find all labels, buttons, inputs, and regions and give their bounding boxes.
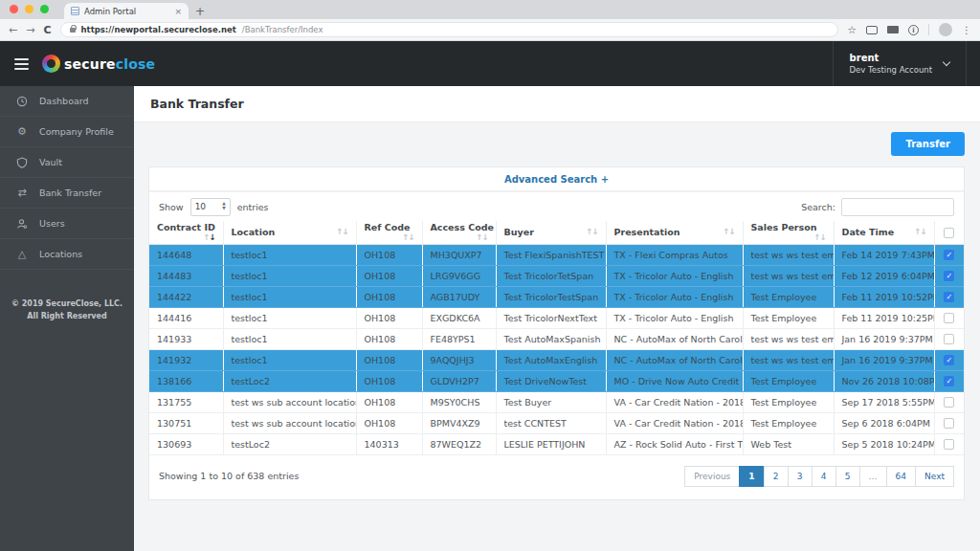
cell-location: testloc1 [223, 244, 356, 265]
cell-contract-id: 144648 [149, 244, 223, 265]
select-all-checkbox[interactable] [944, 228, 954, 238]
sidebar-item-vault[interactable]: Vault [0, 147, 134, 178]
row-checkbox[interactable]: ✓ [944, 355, 954, 365]
page-title: Bank Transfer [134, 86, 980, 122]
page-button-…: … [859, 466, 887, 487]
page-button-3[interactable]: 3 [788, 466, 813, 487]
forward-icon[interactable]: → [26, 25, 34, 35]
column-header-ref-code[interactable]: Ref Code↑↓ [356, 221, 422, 244]
tab-close-icon[interactable]: × [174, 7, 182, 16]
page-button-64[interactable]: 64 [886, 466, 916, 487]
column-header-select-all[interactable] [934, 221, 964, 244]
toolbar-actions: ☆ i ⋮ [847, 23, 971, 36]
column-header-sales-person[interactable]: Sales Person↑↓ [743, 221, 834, 244]
secureclose-logo[interactable]: secureclose [42, 55, 155, 73]
user-account-label: Dev Testing Account [850, 65, 932, 75]
row-checkbox[interactable] [944, 397, 954, 408]
cell-sales-person: test ws ws test emp [743, 349, 834, 370]
menu-dots-icon[interactable]: ⋮ [962, 25, 971, 35]
table-row[interactable]: 144422testloc1OH108AGB17UDYTest Tricolor… [149, 286, 964, 307]
column-label: Access Code [431, 222, 494, 232]
tab-favicon-icon [71, 7, 79, 15]
sort-arrows-icon: ↑↓ [402, 232, 413, 242]
table-row[interactable]: 130751test ws sub account location.OH108… [149, 412, 964, 433]
column-header-location[interactable]: Location↑↓ [223, 221, 356, 244]
cell-checkbox [934, 307, 964, 328]
sidebar-item-dashboard[interactable]: Dashboard [0, 86, 134, 117]
search-input[interactable] [841, 198, 954, 216]
cell-ref-code: OH108 [356, 370, 422, 391]
cell-access-code: GLDVH2P7 [422, 370, 496, 391]
new-tab-button[interactable]: + [189, 4, 212, 19]
page-button-4[interactable]: 4 [812, 466, 836, 487]
page-button-5[interactable]: 5 [835, 466, 860, 487]
sidebar-item-locations[interactable]: △Locations [0, 239, 134, 270]
sidebar-item-company-profile[interactable]: ⚙Company Profile [0, 117, 134, 147]
user-name: brent [850, 53, 932, 63]
table-row[interactable]: 144648testloc1OH108MH3QUXP7Test FlexiSpa… [149, 244, 964, 265]
row-checkbox[interactable] [944, 313, 954, 323]
cell-access-code: MH3QUXP7 [422, 244, 496, 265]
sidebar-item-bank-transfer[interactable]: ⇄Bank Transfer [0, 178, 134, 209]
hamburger-menu-icon[interactable] [14, 58, 29, 70]
column-header-contract-id[interactable]: Contract ID↑↓ [149, 221, 223, 244]
cell-access-code: M9SY0CHS [422, 391, 496, 412]
minimize-window-button[interactable] [25, 5, 33, 13]
cell-buyer: Test TricolorTetSpan [496, 265, 606, 286]
column-header-presentation[interactable]: Presentation↑↓ [606, 221, 743, 244]
page-button-next[interactable]: Next [915, 466, 954, 487]
table-row[interactable]: 130693testLoc214031387WEQ1Z2LESLIE PETTI… [149, 433, 964, 454]
sidebar-item-users[interactable]: Users [0, 209, 134, 239]
advanced-search-toggle[interactable]: Advanced Search + [149, 167, 964, 192]
row-checkbox[interactable]: ✓ [944, 271, 954, 281]
back-icon[interactable]: ← [9, 25, 17, 35]
table-row[interactable]: 141933testloc1OH108FE48YPS1Test AutoMaxS… [149, 328, 964, 349]
page-button-previous[interactable]: Previous [684, 466, 740, 487]
cell-contract-id: 130751 [149, 412, 223, 433]
table-row[interactable]: 131755test ws sub account location.OH108… [149, 391, 964, 412]
cell-date-time: Nov 26 2018 10:08PM [834, 370, 934, 391]
row-checkbox[interactable] [944, 439, 954, 450]
cell-contract-id: 141932 [149, 349, 223, 370]
cast-icon[interactable] [866, 26, 878, 34]
close-window-button[interactable] [10, 5, 18, 13]
table-row[interactable]: 144483testloc1OH108LRG9V6GGTest Tricolor… [149, 265, 964, 286]
transfer-icon: ⇄ [15, 187, 29, 198]
brand-secure: secure [64, 56, 116, 72]
tab-title: Admin Portal [84, 7, 169, 16]
zoom-window-button[interactable] [40, 5, 49, 13]
chevron-down-icon [943, 58, 950, 66]
row-checkbox[interactable]: ✓ [944, 376, 954, 386]
cell-sales-person: Test Employee [743, 307, 834, 328]
reload-icon[interactable]: C [43, 25, 51, 35]
url-bar[interactable]: https://newportal.secureclose.net/BankTr… [60, 22, 839, 37]
cell-presentation: TX - Tricolor Auto - English [606, 286, 743, 307]
cell-ref-code: OH108 [356, 391, 422, 412]
sidebar-item-label: Users [39, 218, 65, 229]
cell-buyer: Test Buyer [496, 391, 606, 412]
info-icon[interactable]: i [908, 25, 919, 35]
page-button-2[interactable]: 2 [764, 466, 789, 487]
sidebar: Dashboard⚙Company ProfileVault⇄Bank Tran… [0, 86, 134, 551]
table-row[interactable]: 144416testloc1OH108EXGDKC6ATest Tricolor… [149, 307, 964, 328]
browser-tab[interactable]: Admin Portal × [64, 3, 189, 19]
row-checkbox[interactable] [944, 418, 954, 429]
cell-date-time: Feb 11 2019 10:25PM [834, 307, 934, 328]
column-header-buyer[interactable]: Buyer↑↓ [496, 221, 606, 244]
bookmark-star-icon[interactable]: ☆ [847, 24, 857, 36]
extension-monitor-icon[interactable] [887, 26, 899, 33]
column-header-date-time[interactable]: Date Time↑↓ [834, 221, 934, 244]
transfer-button[interactable]: Transfer [891, 132, 965, 156]
cell-buyer: Test TricolorTestSpan [496, 286, 606, 307]
cell-presentation: NC - AutoMax of North Carolina [606, 349, 743, 370]
column-header-access-code[interactable]: Access Code↑↓ [422, 221, 496, 244]
row-checkbox[interactable]: ✓ [944, 292, 954, 302]
table-row[interactable]: 138166testLoc2OH108GLDVH2P7Test DriveNow… [149, 370, 964, 391]
row-checkbox[interactable] [944, 334, 954, 344]
profile-avatar[interactable] [939, 23, 952, 36]
table-row[interactable]: 141932testloc1OH1089AQQJHJ3Test AutoMaxE… [149, 349, 964, 370]
row-checkbox[interactable]: ✓ [944, 250, 954, 260]
user-account-menu[interactable]: brent Dev Testing Account [833, 41, 967, 86]
page-length-select[interactable]: 10 ▲▼ [190, 198, 231, 216]
page-button-1[interactable]: 1 [739, 466, 764, 487]
